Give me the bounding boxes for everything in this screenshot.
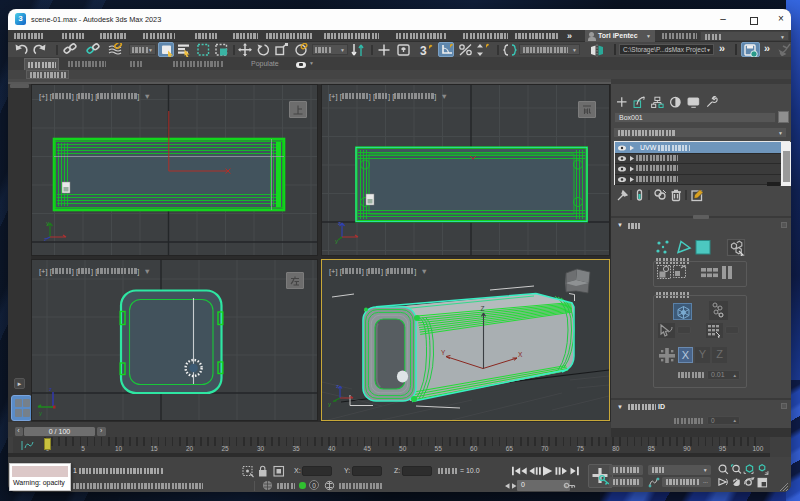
svg-text:z: z — [338, 220, 341, 226]
svg-text:Z: Z — [481, 305, 485, 312]
svg-text:X: X — [518, 351, 523, 358]
svg-text:z: z — [49, 386, 52, 392]
svg-text:y: y — [39, 410, 42, 416]
svg-text:y: y — [46, 220, 49, 226]
svg-text:y: y — [328, 401, 331, 407]
svg-text:y: y — [335, 238, 338, 244]
svg-text:Y: Y — [441, 349, 446, 356]
svg-text:3: 3 — [420, 44, 427, 58]
svg-text:z: z — [44, 236, 47, 242]
svg-text:z: z — [336, 383, 339, 389]
